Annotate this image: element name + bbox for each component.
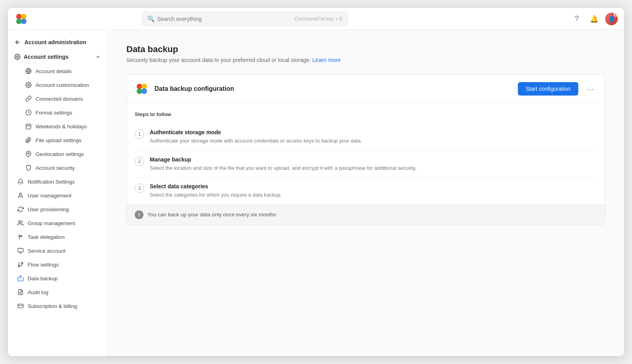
topbar-right: ? 🔔 👤	[570, 13, 618, 25]
step-3-number: 3	[135, 184, 144, 193]
learn-more-link[interactable]: Learn more	[312, 57, 341, 63]
topbar: 🔍 Command/Ctrl key + E ? 🔔 👤	[8, 8, 624, 30]
sidebar-item-account-security[interactable]: Account security	[11, 161, 104, 174]
search-shortcut: Command/Ctrl key + E	[295, 16, 342, 22]
svg-point-21	[21, 262, 23, 264]
sidebar-item-label: User provisioning	[28, 206, 69, 212]
sidebar-item-label: Audit log	[28, 289, 49, 295]
svg-rect-9	[26, 124, 31, 129]
svg-point-7	[28, 84, 29, 86]
flow-icon	[17, 261, 24, 268]
sidebar-item-format-settings[interactable]: Format settings	[11, 106, 104, 119]
account-settings-label: Account settings	[24, 54, 69, 60]
clock-icon	[25, 109, 32, 116]
sidebar-item-task-delegation[interactable]: Task delegation	[11, 230, 104, 244]
app-logo	[14, 12, 28, 26]
sidebar-item-user-management[interactable]: User management	[11, 189, 104, 202]
step-1-content: Authenticate storage mode Authenticate y…	[150, 129, 597, 145]
card-header: Data backup configuration Start configur…	[127, 75, 605, 103]
sidebar-item-notification-settings[interactable]: Notification Settings	[11, 175, 104, 188]
sidebar-item-subscription-billing[interactable]: Subscription & billing	[11, 299, 104, 313]
main-content: Account administration Account settings …	[8, 30, 624, 356]
start-configuration-button[interactable]: Start configuration	[518, 82, 579, 96]
sidebar-item-label: Flow settings	[28, 262, 59, 268]
chevron-up-icon	[95, 54, 101, 60]
account-settings-section[interactable]: Account settings	[8, 50, 107, 64]
avatar[interactable]: 👤	[605, 13, 618, 25]
svg-point-3	[21, 19, 26, 24]
svg-rect-17	[18, 248, 23, 252]
step-1: 1 Authenticate storage mode Authenticate…	[135, 124, 597, 151]
search-input[interactable]	[157, 16, 295, 22]
sidebar-item-label: Task delegation	[28, 234, 65, 240]
svg-rect-26	[18, 304, 23, 308]
sidebar-item-account-details[interactable]: Account details	[11, 64, 104, 78]
svg-point-15	[19, 221, 21, 223]
sidebar-item-account-customization[interactable]: Account customization	[11, 78, 104, 92]
more-options-button[interactable]: ···	[584, 83, 597, 95]
sidebar-item-label: Geolocation settings	[36, 151, 84, 157]
help-button[interactable]: ?	[570, 13, 583, 25]
sidebar-item-data-backup[interactable]: Data backup	[11, 272, 104, 285]
sidebar-item-audit-log[interactable]: Audit log	[11, 285, 104, 299]
subtitle-text: Securely backup your account data to you…	[126, 57, 311, 63]
step-3-desc: Select the categories for which you requ…	[150, 191, 597, 199]
svg-point-30	[137, 88, 142, 94]
sidebar-item-service-account[interactable]: Service account	[11, 244, 104, 257]
step-2-desc: Select the location and size of the file…	[150, 164, 597, 172]
refresh-icon	[17, 206, 24, 212]
sidebar-item-label: Data backup	[28, 276, 58, 281]
steps-section: Steps to follow 1 Authenticate storage m…	[127, 103, 605, 205]
sidebar-item-group-management[interactable]: Group management	[11, 216, 104, 230]
backup-card: Data backup configuration Start configur…	[126, 74, 605, 225]
section-header-left: Account settings	[14, 54, 69, 60]
steps-label: Steps to follow	[135, 111, 597, 117]
step-2-content: Manage backup Select the location and si…	[150, 156, 597, 172]
users-icon	[17, 220, 24, 226]
sidebar-item-user-provisioning[interactable]: User provisioning	[11, 203, 104, 216]
paperclip-icon	[25, 137, 32, 143]
info-text: You can back up your data only once ever…	[147, 212, 276, 218]
step-2: 2 Manage backup Select the location and …	[135, 151, 597, 178]
step-2-number: 2	[135, 157, 144, 166]
customization-icon	[25, 82, 32, 88]
svg-point-31	[141, 88, 147, 94]
sidebar-item-label: Notification Settings	[28, 179, 75, 185]
search-icon: 🔍	[147, 15, 155, 23]
sidebar-item-label: Account customization	[36, 82, 89, 88]
notifications-button[interactable]: 🔔	[588, 13, 600, 25]
step-1-title: Authenticate storage mode	[150, 129, 597, 135]
sidebar-item-weekends-holidays[interactable]: Weekends & holidays	[11, 120, 104, 133]
step-3: 3 Select data categories Select the cate…	[135, 178, 597, 205]
sidebar-item-label: Subscription & billing	[28, 303, 77, 309]
sidebar-item-flow-settings[interactable]: Flow settings	[11, 258, 104, 271]
sidebar-item-connected-domains[interactable]: Connected domains	[11, 92, 104, 105]
sidebar-item-geolocation[interactable]: Geolocation settings	[11, 147, 104, 161]
svg-point-16	[19, 235, 20, 236]
svg-point-28	[137, 84, 142, 89]
shield-icon	[25, 165, 32, 171]
log-icon	[17, 289, 24, 295]
svg-point-29	[141, 84, 147, 89]
info-icon: i	[135, 210, 143, 219]
app-window: 🔍 Command/Ctrl key + E ? 🔔 👤 Account adm…	[8, 8, 624, 356]
search-bar[interactable]: 🔍 Command/Ctrl key + E	[142, 12, 348, 26]
page-subtitle: Securely backup your account data to you…	[126, 57, 605, 63]
svg-point-1	[21, 14, 26, 19]
pin-icon	[25, 151, 32, 157]
sidebar-back-button[interactable]: Account administration	[8, 35, 107, 50]
sidebar-item-label: Account details	[36, 68, 72, 74]
card-title: Data backup configuration	[154, 85, 512, 92]
sidebar-item-file-upload[interactable]: File upload settings	[11, 133, 104, 147]
step-3-title: Select data categories	[150, 183, 597, 190]
link-icon	[25, 96, 32, 102]
backup-icon	[17, 275, 24, 281]
step-1-number: 1	[135, 129, 144, 139]
sidebar-item-label: Format settings	[36, 110, 72, 116]
sidebar-item-label: Weekends & holidays	[36, 124, 87, 129]
svg-point-2	[16, 19, 22, 24]
svg-point-0	[16, 14, 22, 19]
step-1-desc: Authenticate your storage mode with acco…	[150, 137, 597, 145]
settings-section-icon	[14, 54, 21, 60]
svg-point-14	[19, 193, 21, 195]
